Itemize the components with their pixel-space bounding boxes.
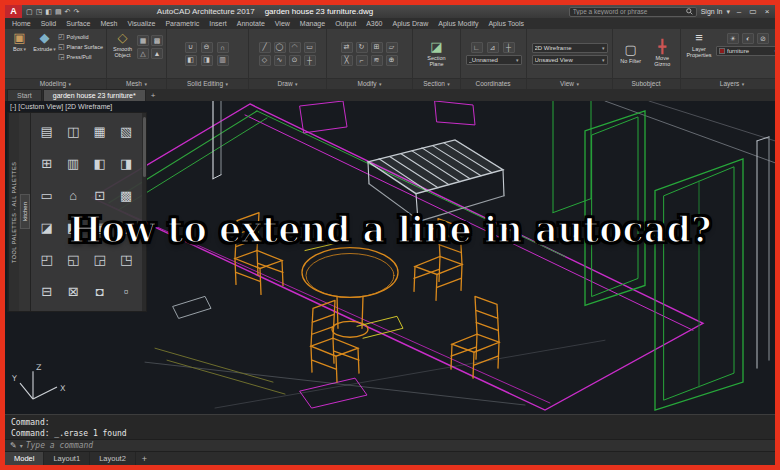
panel-label-modeling[interactable]: Modeling ▾ [5, 78, 106, 89]
planar-surface-button[interactable]: ◱Planar Surface [58, 43, 103, 51]
palette-block[interactable]: ▥ [61, 148, 87, 179]
draw-tool-icon[interactable]: ⊙ [289, 55, 301, 66]
section-plane-button[interactable]: ◪ Section Plane [422, 40, 452, 67]
tab-layout1[interactable]: Layout1 [44, 452, 90, 465]
panel-label-subobject[interactable]: Subobject [613, 78, 680, 89]
ribbon-tab[interactable]: Output [330, 18, 361, 29]
draw-tool-icon[interactable]: ┼ [304, 55, 316, 66]
panel-label-view[interactable]: View ▾ [527, 78, 612, 89]
solid-editing-tool-icon[interactable]: ◨ [201, 55, 213, 66]
palette-block[interactable]: ⊠ [61, 276, 87, 307]
qat-icon[interactable]: ▢ [26, 5, 33, 18]
panel-label-modify[interactable]: Modify ▾ [327, 78, 412, 89]
palette-block[interactable]: ◫ [61, 116, 87, 147]
palette-block[interactable]: ⌂ [61, 180, 87, 211]
mesh-tool-icon[interactable]: ▦ [137, 35, 149, 46]
layer-state-icon[interactable]: ☀ [727, 33, 739, 44]
palette-block[interactable]: ⊡ [87, 180, 113, 211]
layer-combo[interactable]: furniture ▾ [716, 46, 775, 56]
layer-state-icon[interactable]: ◐ [742, 33, 754, 44]
qat-icon[interactable]: ◳ [36, 5, 43, 18]
search-field[interactable]: Type a keyword or phrase [569, 7, 697, 17]
ribbon-tab[interactable]: A360 [361, 18, 387, 29]
maximize-button[interactable]: ▭ [748, 7, 758, 16]
tab-model[interactable]: Model [5, 452, 44, 465]
ribbon-tab[interactable]: Annotate [232, 18, 270, 29]
palette-block[interactable]: ◧ [87, 148, 113, 179]
modify-tool-icon[interactable]: ▱ [386, 42, 398, 53]
ribbon-tab[interactable]: View [270, 18, 295, 29]
ribbon-tab[interactable]: Mesh [95, 18, 122, 29]
ribbon-tab[interactable]: Home [7, 18, 36, 29]
command-input[interactable]: ✎ ▾ Type a command [5, 439, 775, 451]
panel-label-mesh[interactable]: Mesh ▾ [107, 78, 166, 89]
smooth-object-button[interactable]: ◇ Smooth Object [110, 31, 135, 58]
solid-editing-tool-icon[interactable]: ∪ [185, 42, 197, 53]
palette-block[interactable]: ▫ [114, 276, 140, 307]
panel-label-section[interactable]: Section ▾ [413, 78, 460, 89]
palette-block[interactable]: ▦ [87, 116, 113, 147]
file-tab-start[interactable]: Start [7, 89, 42, 101]
ribbon-tab[interactable]: Aplus Tools [483, 18, 529, 29]
palette-block[interactable]: ⊞ [34, 148, 60, 179]
minimize-button[interactable]: – [734, 7, 744, 16]
extrude-tool-button[interactable]: ◆ Extrude▾ [33, 31, 56, 52]
solid-editing-tool-icon[interactable]: ∩ [217, 42, 229, 53]
qat-icon[interactable]: ◧ [45, 5, 52, 18]
draw-tool-icon[interactable]: ╱ [259, 42, 271, 53]
viewport[interactable]: X Y Z [-] [Custom View] [2D Wireframe] T… [5, 101, 775, 414]
ucs-tool-icon[interactable]: ┼ [503, 42, 515, 53]
modify-tool-icon[interactable]: ⊕ [386, 55, 398, 66]
ucs-tool-icon[interactable]: ∟ [471, 42, 483, 53]
close-button[interactable]: × [762, 7, 772, 16]
qat-icon[interactable]: ↶ [65, 5, 71, 18]
ribbon-tab[interactable]: Aplus Modify [433, 18, 483, 29]
modify-tool-icon[interactable]: ⌐ [356, 55, 368, 66]
signin-dropdown-icon[interactable]: ▾ [726, 8, 730, 16]
ucs-combo[interactable]: _Unnamed▾ [466, 55, 522, 65]
palette-block[interactable]: ▧ [114, 116, 140, 147]
named-view-combo[interactable]: Unsaved View▾ [532, 55, 608, 65]
ribbon-tab[interactable]: Visualize [123, 18, 161, 29]
autocad-logo[interactable]: A [5, 5, 22, 18]
palette-block[interactable]: ◘ [87, 276, 113, 307]
view-control[interactable]: [Custom View] [18, 103, 63, 110]
modify-tool-icon[interactable]: ⊞ [371, 42, 383, 53]
tab-layout2[interactable]: Layout2 [90, 452, 136, 465]
ribbon-tab[interactable]: Insert [204, 18, 232, 29]
panel-label-solid-editing[interactable]: Solid Editing ▾ [167, 78, 248, 89]
palette-block[interactable]: ⊟ [34, 276, 60, 307]
mesh-tool-icon[interactable]: ▩ [151, 35, 163, 46]
draw-tool-icon[interactable]: ◇ [259, 55, 271, 66]
sign-in-button[interactable]: Sign In [701, 8, 723, 15]
solid-editing-tool-icon[interactable]: ◧ [185, 55, 197, 66]
ribbon-tab[interactable]: Surface [61, 18, 95, 29]
ribbon-tab[interactable]: Solid [36, 18, 62, 29]
file-tab-document[interactable]: garden house 23 furniture* [43, 89, 146, 101]
solid-editing-tool-icon[interactable]: ⊖ [201, 42, 213, 53]
layer-state-icon[interactable]: ⊘ [757, 33, 769, 44]
qat-icon[interactable]: ▤ [55, 5, 62, 18]
palette-block[interactable]: ▩ [114, 180, 140, 211]
new-layout-button[interactable]: + [136, 454, 153, 464]
mesh-tool-icon[interactable]: △ [137, 48, 149, 59]
move-gizmo-button[interactable]: ╋ Move Gizmo [648, 40, 678, 67]
mesh-tool-icon[interactable]: ▲ [151, 48, 163, 59]
palette-block[interactable]: ▭ [34, 180, 60, 211]
viewport-menu-control[interactable]: [-] [10, 103, 16, 110]
panel-label-draw[interactable]: Draw ▾ [249, 78, 326, 89]
layer-properties-button[interactable]: ≡ Layer Properties [684, 31, 714, 58]
modify-tool-icon[interactable]: ↻ [356, 42, 368, 53]
solid-editing-tool-icon[interactable]: ▥ [217, 55, 229, 66]
new-drawing-button[interactable]: + [147, 90, 160, 101]
search-icon[interactable] [686, 8, 693, 15]
ribbon-tab[interactable]: Parametric [160, 18, 204, 29]
palette-block[interactable]: ▤ [34, 116, 60, 147]
modify-tool-icon[interactable]: ╳ [341, 55, 353, 66]
modify-tool-icon[interactable]: ≋ [371, 55, 383, 66]
no-filter-button[interactable]: ▢ No Filter [616, 43, 646, 64]
draw-tool-icon[interactable]: ∿ [274, 55, 286, 66]
ribbon-tab[interactable]: Aplus Draw [388, 18, 434, 29]
box-tool-button[interactable]: ▣ Box▾ [8, 31, 31, 52]
polysolid-button[interactable]: ◰Polysolid [58, 33, 103, 41]
